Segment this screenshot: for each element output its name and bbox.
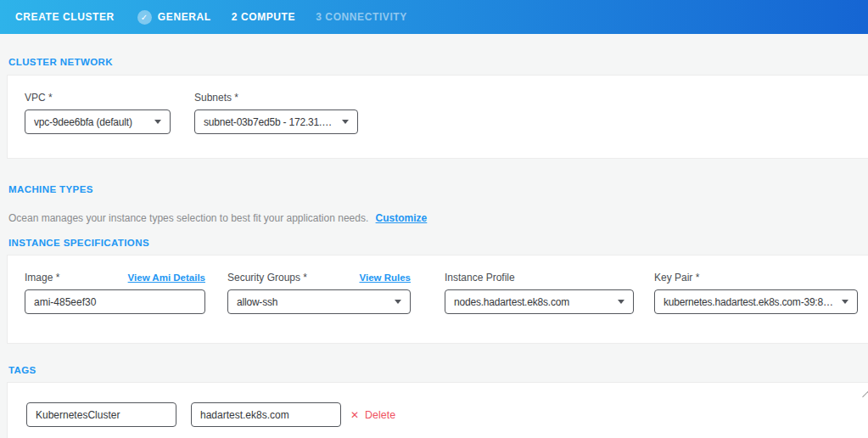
chevron-down-icon [395,300,401,304]
step-compute-label: 2 COMPUTE [232,11,295,23]
vpc-field: VPC * vpc-9dee6bfa (default) [25,92,171,134]
vpc-selected-value: vpc-9dee6bfa (default) [34,116,132,128]
instance-profile-select[interactable]: nodes.hadartest.ek8s.com [445,289,634,314]
vpc-select[interactable]: vpc-9dee6bfa (default) [25,110,171,134]
section-heading-tags: TAGS [8,365,868,375]
tag-key-input[interactable] [26,402,176,427]
image-input[interactable] [25,289,205,314]
instance-specifications-card: Image * View Ami Details Security Groups… [7,255,868,344]
security-groups-select[interactable]: allow-ssh [227,289,411,314]
subnets-label: Subnets * [194,92,238,104]
tag-value-input[interactable] [191,402,341,427]
subnets-select[interactable]: subnet-03b7ed5b - 172.31.0.0/20 ... [194,110,358,134]
instance-profile-label: Instance Profile [445,272,515,284]
wizard-body: CLUSTER NETWORK VPC * vpc-9dee6bfa (defa… [0,57,868,438]
security-groups-field: Security Groups * View Rules allow-ssh [227,272,411,314]
section-heading-machine-types: MACHINE TYPES [8,184,868,194]
subnets-selected-value: subnet-03b7ed5b - 172.31.0.0/20 ... [204,116,335,128]
view-ami-details-link[interactable]: View Ami Details [128,272,205,283]
chevron-down-icon [342,120,349,124]
customize-link[interactable]: Customize [376,212,428,224]
tags-card: ✕ Delete [7,382,868,438]
chevron-down-icon [154,120,161,124]
tab-general[interactable]: ✓ GENERAL [137,10,211,25]
delete-tag-label: Delete [365,409,395,421]
view-rules-link[interactable]: View Rules [359,272,411,283]
wizard-steps: ✓ GENERAL 2 COMPUTE 3 CONNECTIVITY [137,10,407,25]
step-connectivity-label: 3 CONNECTIVITY [316,11,407,23]
cluster-network-card: VPC * vpc-9dee6bfa (default) Subnets * s… [7,75,868,159]
chevron-down-icon [842,300,848,304]
delete-tag-button[interactable]: ✕ Delete [350,409,395,421]
section-heading-cluster-network: CLUSTER NETWORK [8,57,868,67]
security-groups-selected-value: allow-ssh [237,296,277,308]
instance-profile-field: Instance Profile nodes.hadartest.ek8s.co… [445,272,634,314]
tab-compute[interactable]: 2 COMPUTE [232,11,295,23]
key-pair-select[interactable]: kubernetes.hadartest.ek8s.com-39:84:a5:9… [654,289,858,314]
subnets-field: Subnets * subnet-03b7ed5b - 172.31.0.0/2… [194,92,358,134]
instance-profile-selected-value: nodes.hadartest.ek8s.com [454,296,569,308]
image-field: Image * View Ami Details [25,272,205,314]
check-icon: ✓ [137,10,152,25]
x-icon: ✕ [350,409,359,421]
key-pair-selected-value: kubernetes.hadartest.ek8s.com-39:84:a5:9… [664,296,835,308]
page-title: CREATE CLUSTER [15,11,115,23]
tag-row: ✕ Delete [26,402,395,427]
section-heading-instance-specifications: INSTANCE SPECIFICATIONS [8,238,868,248]
machine-types-description-text: Ocean manages your instance types select… [8,212,368,224]
wizard-header: CREATE CLUSTER ✓ GENERAL 2 COMPUTE 3 CON… [0,0,868,34]
key-pair-field: Key Pair * kubernetes.hadartest.ek8s.com… [654,272,858,314]
vpc-label: VPC * [25,92,53,104]
key-pair-label: Key Pair * [654,272,699,284]
chevron-down-icon [618,300,624,304]
security-groups-label: Security Groups * [227,272,307,284]
tab-connectivity[interactable]: 3 CONNECTIVITY [316,11,407,23]
create-cluster-screen: CREATE CLUSTER ✓ GENERAL 2 COMPUTE 3 CON… [0,0,868,438]
image-label: Image * [25,272,59,284]
step-general-label: GENERAL [158,11,211,23]
machine-types-description: Ocean manages your instance types select… [8,212,868,224]
